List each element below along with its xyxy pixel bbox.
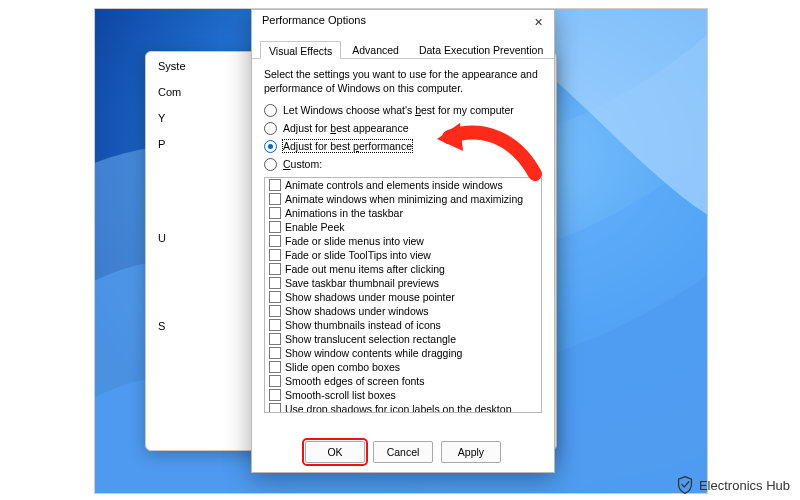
list-item[interactable]: Save taskbar thumbnail previews <box>265 276 541 290</box>
list-item-label: Show translucent selection rectangle <box>285 333 456 345</box>
tab-advanced[interactable]: Advanced <box>343 40 408 58</box>
list-item[interactable]: Fade or slide ToolTips into view <box>265 248 541 262</box>
radio-option-2[interactable]: Adjust for best performance <box>264 137 542 155</box>
list-item-label: Animate controls and elements inside win… <box>285 179 503 191</box>
radio-label: Custom: <box>283 158 322 170</box>
radio-icon <box>264 104 277 117</box>
list-item-label: Fade or slide menus into view <box>285 235 424 247</box>
list-item[interactable]: Slide open combo boxes <box>265 360 541 374</box>
checkbox-icon[interactable] <box>269 221 281 233</box>
radio-option-3[interactable]: Custom: <box>264 155 542 173</box>
checkbox-icon[interactable] <box>269 179 281 191</box>
radio-group: Let Windows choose what's best for my co… <box>252 99 554 175</box>
list-item-label: Smooth edges of screen fonts <box>285 375 425 387</box>
list-item-label: Fade out menu items after clicking <box>285 263 445 275</box>
bg-text: Com <box>158 86 181 98</box>
list-item-label: Use drop shadows for icon labels on the … <box>285 403 511 413</box>
visual-effects-list[interactable]: Animate controls and elements inside win… <box>264 177 542 413</box>
list-item[interactable]: Enable Peek <box>265 220 541 234</box>
tab-strip: Visual Effects Advanced Data Execution P… <box>252 38 554 59</box>
radio-label: Let Windows choose what's best for my co… <box>283 104 514 116</box>
list-item[interactable]: Smooth-scroll list boxes <box>265 388 541 402</box>
dialog-title: Performance Options <box>262 14 366 26</box>
checkbox-icon[interactable] <box>269 375 281 387</box>
list-item[interactable]: Use drop shadows for icon labels on the … <box>265 402 541 413</box>
bg-text: S <box>158 320 165 332</box>
list-item-label: Animate windows when minimizing and maxi… <box>285 193 523 205</box>
dialog-button-row: OK Cancel Apply <box>252 438 554 466</box>
screenshot-frame: Syste ✕ Com Y P U S Performance Options … <box>94 8 708 494</box>
performance-options-dialog: Performance Options ✕ Visual Effects Adv… <box>251 9 555 473</box>
checkbox-icon[interactable] <box>269 305 281 317</box>
bg-text: P <box>158 138 165 150</box>
checkbox-icon[interactable] <box>269 403 281 413</box>
list-item[interactable]: Show shadows under mouse pointer <box>265 290 541 304</box>
radio-label: Adjust for best appearance <box>283 122 409 134</box>
checkbox-icon[interactable] <box>269 389 281 401</box>
list-item[interactable]: Animate windows when minimizing and maxi… <box>265 192 541 206</box>
list-item[interactable]: Show thumbnails instead of icons <box>265 318 541 332</box>
checkbox-icon[interactable] <box>269 347 281 359</box>
list-item[interactable]: Fade out menu items after clicking <box>265 262 541 276</box>
list-item-label: Show shadows under windows <box>285 305 429 317</box>
list-item[interactable]: Show translucent selection rectangle <box>265 332 541 346</box>
watermark-text: Electronics Hub <box>699 478 790 493</box>
list-item[interactable]: Show shadows under windows <box>265 304 541 318</box>
checkbox-icon[interactable] <box>269 235 281 247</box>
checkbox-icon[interactable] <box>269 263 281 275</box>
list-item[interactable]: Show window contents while dragging <box>265 346 541 360</box>
cancel-button[interactable]: Cancel <box>373 441 433 463</box>
checkbox-icon[interactable] <box>269 207 281 219</box>
radio-icon <box>264 158 277 171</box>
watermark: Electronics Hub <box>677 476 790 494</box>
dialog-description: Select the settings you want to use for … <box>252 59 554 99</box>
list-item-label: Show shadows under mouse pointer <box>285 291 455 303</box>
list-item[interactable]: Animations in the taskbar <box>265 206 541 220</box>
bg-text: U <box>158 232 166 244</box>
list-item-label: Animations in the taskbar <box>285 207 403 219</box>
tab-visual-effects[interactable]: Visual Effects <box>260 41 341 59</box>
titlebar[interactable]: Performance Options ✕ <box>252 10 554 34</box>
checkbox-icon[interactable] <box>269 319 281 331</box>
ok-button[interactable]: OK <box>305 441 365 463</box>
radio-option-1[interactable]: Adjust for best appearance <box>264 119 542 137</box>
checkbox-icon[interactable] <box>269 249 281 261</box>
close-icon[interactable]: ✕ <box>526 12 550 32</box>
checkbox-icon[interactable] <box>269 361 281 373</box>
list-item[interactable]: Smooth edges of screen fonts <box>265 374 541 388</box>
bg-title: Syste <box>158 60 186 72</box>
list-item[interactable]: Animate controls and elements inside win… <box>265 178 541 192</box>
list-item-label: Show window contents while dragging <box>285 347 462 359</box>
list-item-label: Show thumbnails instead of icons <box>285 319 441 331</box>
checkbox-icon[interactable] <box>269 291 281 303</box>
checkbox-icon[interactable] <box>269 333 281 345</box>
list-item-label: Save taskbar thumbnail previews <box>285 277 439 289</box>
radio-icon <box>264 122 277 135</box>
list-item-label: Enable Peek <box>285 221 345 233</box>
checkbox-icon[interactable] <box>269 193 281 205</box>
radio-option-0[interactable]: Let Windows choose what's best for my co… <box>264 101 542 119</box>
list-item[interactable]: Fade or slide menus into view <box>265 234 541 248</box>
radio-label: Adjust for best performance <box>283 140 412 152</box>
list-item-label: Smooth-scroll list boxes <box>285 389 396 401</box>
apply-button[interactable]: Apply <box>441 441 501 463</box>
checkbox-icon[interactable] <box>269 277 281 289</box>
tab-dep[interactable]: Data Execution Prevention <box>410 40 552 58</box>
bg-text: Y <box>158 112 165 124</box>
radio-icon <box>264 140 277 153</box>
list-item-label: Slide open combo boxes <box>285 361 400 373</box>
shield-icon <box>677 476 693 494</box>
list-item-label: Fade or slide ToolTips into view <box>285 249 431 261</box>
